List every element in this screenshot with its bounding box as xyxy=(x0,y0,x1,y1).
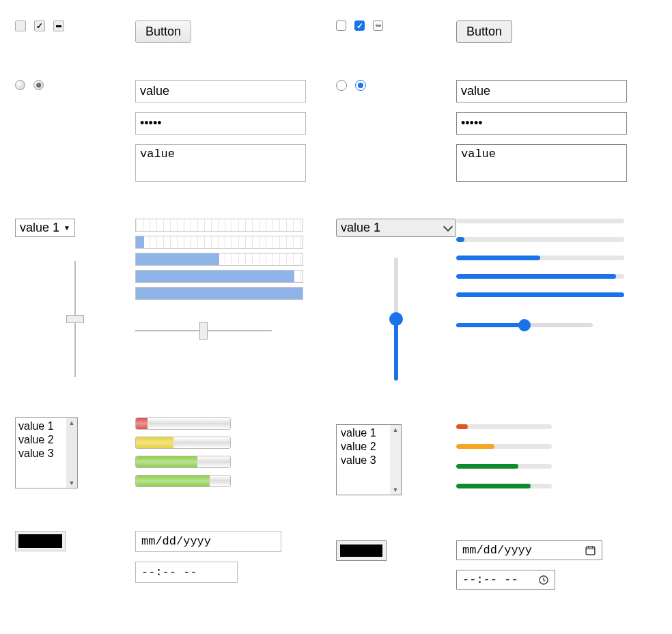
calendar-icon[interactable] xyxy=(585,545,596,556)
scroll-up-icon[interactable]: ▲ xyxy=(393,425,399,435)
date-placeholder: mm/dd/yyyy xyxy=(462,544,532,557)
checkbox-indeterminate[interactable] xyxy=(373,20,383,31)
list-item[interactable]: value 1 xyxy=(16,419,66,433)
list-item[interactable]: value 2 xyxy=(16,433,66,447)
chevron-down-icon: ▼ xyxy=(64,224,70,232)
color-input[interactable] xyxy=(336,540,387,561)
listbox[interactable]: value 1 value 2 value 3 ▲▼ xyxy=(15,417,78,488)
progress-bar xyxy=(456,292,624,297)
progress-bar xyxy=(456,256,624,260)
checkbox-checked[interactable] xyxy=(354,20,365,31)
scroll-down-icon[interactable]: ▼ xyxy=(393,485,399,495)
scroll-up-icon[interactable]: ▲ xyxy=(69,418,75,428)
progress-bar xyxy=(135,287,303,300)
list-item[interactable]: value 3 xyxy=(337,454,390,467)
scrollbar[interactable]: ▲▼ xyxy=(390,425,401,495)
date-input[interactable]: mm/dd/yyyy xyxy=(135,531,281,552)
horizontal-slider[interactable] xyxy=(135,330,272,331)
slider-thumb[interactable] xyxy=(518,319,531,331)
progress-bar xyxy=(135,270,303,283)
text-input[interactable] xyxy=(456,80,627,102)
progress-group xyxy=(456,219,657,297)
progress-bar xyxy=(456,274,624,279)
text-input[interactable] xyxy=(135,80,306,102)
checkbox-checked[interactable] xyxy=(34,20,45,31)
select-dropdown[interactable]: value 1 xyxy=(336,219,456,237)
clock-icon[interactable] xyxy=(538,575,549,585)
list-item[interactable]: value 3 xyxy=(16,447,66,460)
progress-bar xyxy=(135,219,303,232)
date-input[interactable]: mm/dd/yyyy xyxy=(456,540,602,560)
slider-thumb[interactable] xyxy=(389,312,403,326)
checkbox-indeterminate[interactable] xyxy=(53,20,64,31)
select-value: value 1 xyxy=(341,221,380,234)
meter xyxy=(135,417,231,430)
select-dropdown[interactable]: value 1 ▼ xyxy=(15,219,75,237)
time-input[interactable]: --:-- -- xyxy=(456,570,555,590)
listbox[interactable]: value 1 value 2 value 3 ▲▼ xyxy=(336,424,402,495)
textarea[interactable]: value xyxy=(456,144,627,182)
slider-thumb[interactable] xyxy=(66,315,84,323)
list-item[interactable]: value 2 xyxy=(337,440,390,454)
radio-unchecked[interactable] xyxy=(15,80,25,90)
progress-bar xyxy=(456,237,624,242)
progress-bar xyxy=(135,253,303,266)
color-input[interactable] xyxy=(15,531,66,551)
scrollbar[interactable]: ▲▼ xyxy=(66,418,77,488)
meter xyxy=(135,437,231,449)
progress-group xyxy=(135,219,303,300)
progress-bar xyxy=(135,236,303,249)
radio-checked[interactable] xyxy=(33,80,44,90)
svg-rect-0 xyxy=(586,547,595,555)
meter xyxy=(456,464,552,469)
radio-checked[interactable] xyxy=(355,80,366,91)
color-swatch xyxy=(340,545,382,557)
horizontal-slider[interactable] xyxy=(456,323,593,327)
button[interactable]: Button xyxy=(456,20,512,43)
meter xyxy=(135,475,231,487)
select-value: value 1 xyxy=(20,221,59,235)
color-swatch xyxy=(18,534,62,548)
vertical-slider[interactable] xyxy=(394,258,398,381)
password-input[interactable]: ••••• xyxy=(456,112,627,135)
time-placeholder: --:-- -- xyxy=(462,573,518,586)
textarea[interactable]: value xyxy=(135,144,306,182)
vertical-slider[interactable] xyxy=(74,261,76,377)
list-item[interactable]: value 1 xyxy=(337,426,390,440)
scroll-down-icon[interactable]: ▼ xyxy=(69,478,75,488)
time-input[interactable]: --:-- -- xyxy=(135,562,238,583)
slider-thumb[interactable] xyxy=(199,322,208,340)
progress-bar xyxy=(456,219,624,223)
checkbox-unchecked[interactable] xyxy=(15,20,26,31)
meter xyxy=(456,424,552,429)
password-input[interactable]: ••••• xyxy=(135,112,306,135)
radio-unchecked[interactable] xyxy=(336,80,347,91)
meter xyxy=(456,484,552,488)
meter xyxy=(456,444,552,449)
checkbox-unchecked[interactable] xyxy=(336,20,346,31)
meter xyxy=(135,456,231,468)
button[interactable]: Button xyxy=(135,20,191,43)
